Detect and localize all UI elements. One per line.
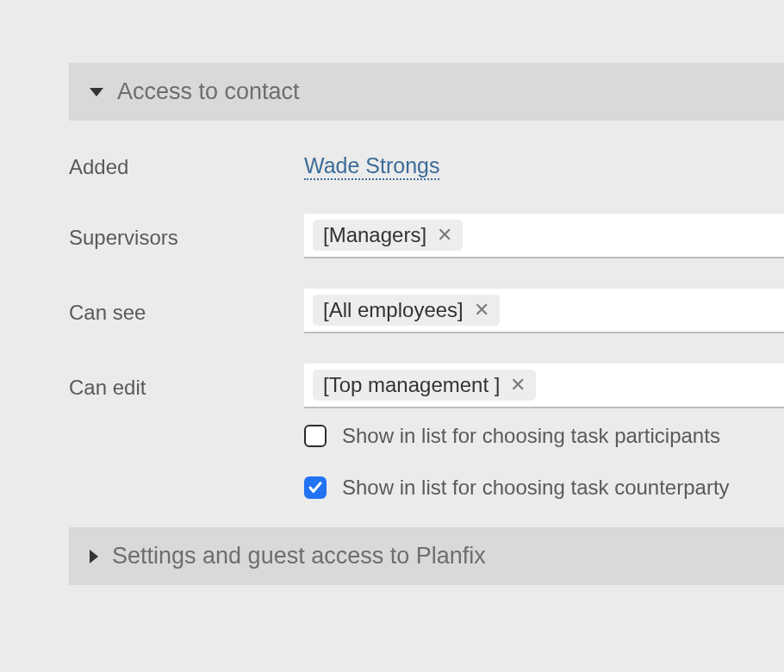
tag-can-edit-0: [Top management ] ✕ [313,370,536,401]
section-title-access: Access to contact [117,78,300,105]
tag-can-see-0: [All employees] ✕ [313,295,500,326]
remove-icon[interactable]: ✕ [508,376,527,395]
checkbox-label-counterparty: Show in list for choosing task counterpa… [342,476,730,500]
tag-supervisors-0: [Managers] ✕ [313,220,463,251]
label-added: Added [69,153,304,179]
row-can-see: Can see [All employees] ✕ [69,289,784,333]
tag-label: [Top management ] [323,373,500,397]
row-can-edit: Can edit [Top management ] ✕ [69,364,784,408]
checkbox-row-participants: Show in list for choosing task participa… [304,424,784,448]
checkbox-counterparty[interactable] [304,476,327,499]
row-added: Added Wade Strongs [69,153,784,179]
supervisors-input[interactable]: [Managers] ✕ [304,214,784,258]
form-area: Added Wade Strongs Supervisors [Managers… [69,121,784,500]
tag-label: [Managers] [323,223,426,247]
label-can-see: Can see [69,289,304,325]
checkbox-participants[interactable] [304,425,327,447]
added-user-link[interactable]: Wade Strongs [304,153,439,180]
checkbox-row-counterparty: Show in list for choosing task counterpa… [304,476,784,500]
checkbox-label-participants: Show in list for choosing task participa… [342,424,720,448]
label-supervisors: Supervisors [69,214,304,250]
checkbox-area: Show in list for choosing task participa… [69,424,784,500]
tag-label: [All employees] [323,298,464,322]
can-see-input[interactable]: [All employees] ✕ [304,289,784,333]
remove-icon[interactable]: ✕ [435,226,454,245]
row-supervisors: Supervisors [Managers] ✕ [69,214,784,258]
remove-icon[interactable]: ✕ [472,301,491,320]
caret-down-icon [90,88,103,96]
section-title-settings: Settings and guest access to Planfix [112,543,486,569]
can-edit-input[interactable]: [Top management ] ✕ [304,364,784,408]
section-header-access[interactable]: Access to contact [69,63,784,121]
section-header-settings[interactable]: Settings and guest access to Planfix [69,527,784,585]
caret-right-icon [90,550,98,563]
label-can-edit: Can edit [69,364,304,400]
